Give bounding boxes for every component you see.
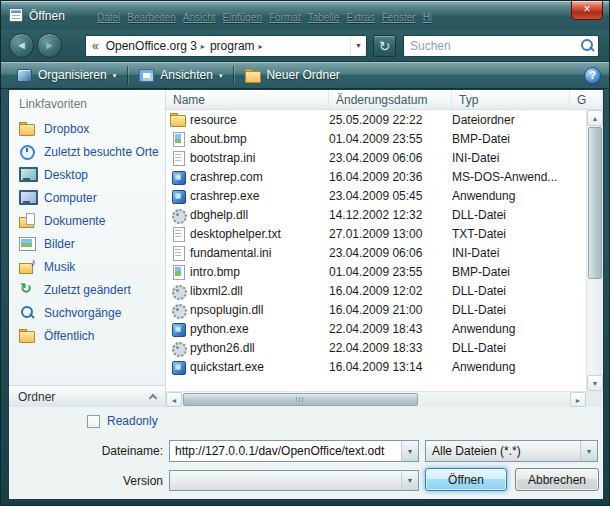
forward-button[interactable]: ► <box>37 33 62 58</box>
background-menu-ghost: DateiBearbeitenAnsichtEinfügenFormatTabe… <box>97 10 432 25</box>
new-folder-button[interactable]: Neuer Ordner <box>237 64 347 86</box>
file-row[interactable]: desktophelper.txt 27.01.2009 13:00 TXT-D… <box>166 224 586 243</box>
column-header-date-modified[interactable]: Änderungsdatum <box>329 90 452 109</box>
file-row[interactable]: resource 25.05.2009 22:22 Dateiordner <box>166 110 586 129</box>
filetype-value: Alle Dateien (*.*) <box>426 441 580 461</box>
views-icon <box>139 69 154 82</box>
dll-file-icon <box>170 341 186 355</box>
breadcrumb[interactable]: « OpenOffice.org 3 ▸ program ▸ ▾ <box>85 35 367 57</box>
search-input[interactable] <box>404 39 578 53</box>
back-button[interactable]: ◄ <box>9 33 34 58</box>
file-row[interactable]: python.exe 22.04.2009 18:43 Anwendung <box>166 319 586 338</box>
breadcrumb-collapse-icon[interactable]: « <box>92 39 102 53</box>
breadcrumb-item[interactable]: program <box>206 39 259 53</box>
documents-folder-icon <box>19 213 36 228</box>
help-button[interactable]: ? <box>584 67 601 84</box>
column-header-type[interactable]: Typ <box>452 90 570 109</box>
file-rows: resource 25.05.2009 22:22 Dateiordner ab… <box>166 110 586 391</box>
sidebar-item-computer[interactable]: Computer <box>9 186 165 209</box>
scroll-up-button[interactable]: ▲ <box>587 110 603 126</box>
version-combo[interactable]: ▾ <box>169 470 419 491</box>
scroll-right-button[interactable]: ► <box>570 392 586 407</box>
file-row[interactable]: intro.bmp 01.04.2009 23:55 BMP-Datei <box>166 262 586 281</box>
horizontal-scrollbar[interactable]: ◄ ► <box>166 391 586 407</box>
version-dropdown-button[interactable]: ▾ <box>401 471 418 490</box>
scroll-down-button[interactable]: ▼ <box>587 375 603 391</box>
scroll-left-button[interactable]: ◄ <box>166 392 182 407</box>
views-button[interactable]: Ansichten ▾ <box>131 64 230 86</box>
readonly-label: Readonly <box>107 414 158 428</box>
close-button[interactable]: × <box>571 1 603 20</box>
sidebar-item-documents[interactable]: Dokumente <box>9 209 165 232</box>
computer-icon <box>19 190 36 205</box>
dialog-body: Linkfavoriten Dropbox Zuletzt besuchte O… <box>8 89 604 500</box>
open-button[interactable]: Öffnen <box>425 468 507 491</box>
column-header-name[interactable]: Name <box>166 90 329 109</box>
file-row[interactable]: fundamental.ini 23.04.2009 06:06 INI-Dat… <box>166 243 586 262</box>
file-row[interactable]: about.bmp 01.04.2009 23:55 BMP-Datei <box>166 129 586 148</box>
breadcrumb-item[interactable]: OpenOffice.org 3 <box>102 39 201 53</box>
column-header-size[interactable]: G <box>570 90 603 109</box>
favorites-header: Linkfavoriten <box>9 90 165 117</box>
open-file-dialog: Öffnen DateiBearbeitenAnsichtEinfügenFor… <box>0 0 610 506</box>
application-icon <box>170 360 186 374</box>
file-row[interactable]: npsoplugin.dll 16.04.2009 21:00 DLL-Date… <box>166 300 586 319</box>
sidebar-item-recent-places[interactable]: Zuletzt besuchte Orte <box>9 140 165 163</box>
organize-button[interactable]: Organisieren ▾ <box>9 64 124 86</box>
file-row[interactable]: quickstart.exe 16.04.2009 13:14 Anwendun… <box>166 357 586 376</box>
filename-combo: ▾ <box>169 440 419 462</box>
application-icon <box>170 322 186 336</box>
text-file-icon <box>170 246 186 260</box>
readonly-checkbox-row[interactable]: Readonly <box>87 414 158 428</box>
application-icon <box>170 189 186 203</box>
image-file-icon <box>170 132 186 146</box>
scrollbar-corner <box>586 391 603 407</box>
dll-file-icon <box>170 284 186 298</box>
titlebar: Öffnen DateiBearbeitenAnsichtEinfügenFor… <box>1 1 609 30</box>
sidebar-item-pictures[interactable]: Bilder <box>9 232 165 255</box>
file-row[interactable]: bootstrap.ini 23.04.2009 06:06 INI-Datei <box>166 148 586 167</box>
dialog-icon <box>9 8 23 22</box>
sidebar-item-dropbox[interactable]: Dropbox <box>9 117 165 140</box>
sidebar-item-searches[interactable]: Suchvorgänge <box>9 301 165 324</box>
readonly-checkbox[interactable] <box>87 415 100 428</box>
arrow-up-icon: ▲ <box>592 115 599 122</box>
cancel-button[interactable]: Abbrechen <box>515 468 599 491</box>
close-icon: × <box>583 2 590 16</box>
filename-input[interactable] <box>170 441 401 461</box>
breadcrumb-separator-icon[interactable]: ▸ <box>259 42 264 51</box>
filetype-combo[interactable]: Alle Dateien (*.*) ▾ <box>425 440 598 462</box>
sidebar-item-desktop[interactable]: Desktop <box>9 163 165 186</box>
command-toolbar: Organisieren ▾ Ansichten ▾ Neuer Ordner … <box>1 61 609 89</box>
vertical-scrollbar[interactable]: ▲ ▼ <box>586 110 603 391</box>
filename-dropdown-button[interactable]: ▾ <box>401 441 418 461</box>
file-row[interactable]: crashrep.com 16.04.2009 20:36 MS-DOS-Anw… <box>166 167 586 186</box>
file-row[interactable]: libxml2.dll 16.04.2009 12:02 DLL-Datei <box>166 281 586 300</box>
file-row[interactable]: python26.dll 22.04.2009 18:33 DLL-Datei <box>166 338 586 357</box>
version-label: Version <box>61 474 163 488</box>
version-value <box>170 471 401 490</box>
horizontal-scroll-thumb[interactable] <box>183 393 418 406</box>
organize-icon <box>17 69 32 82</box>
new-folder-icon <box>245 69 260 82</box>
dll-file-icon <box>170 208 186 222</box>
file-list-header: Name Änderungsdatum Typ G <box>166 90 603 110</box>
file-row[interactable]: dbghelp.dll 14.12.2002 12:32 DLL-Datei <box>166 205 586 224</box>
help-icon: ? <box>589 69 596 81</box>
vertical-scroll-thumb[interactable] <box>588 127 602 279</box>
recent-places-icon <box>19 144 36 159</box>
dll-file-icon <box>170 303 186 317</box>
navigation-bar: ◄ ► « OpenOffice.org 3 ▸ program ▸ ▾ ↻ <box>1 30 609 61</box>
sidebar-item-music[interactable]: Musik <box>9 255 165 278</box>
sidebar-item-public[interactable]: Öffentlich <box>9 324 165 347</box>
folders-expander[interactable]: Ordner <box>9 385 165 407</box>
chevron-down-icon: ▾ <box>113 70 117 80</box>
toolbar-separator <box>233 66 234 84</box>
address-dropdown-icon[interactable]: ▾ <box>350 36 366 56</box>
sidebar-item-recently-changed[interactable]: Zuletzt geändert <box>9 278 165 301</box>
filetype-dropdown-button[interactable]: ▾ <box>580 441 597 461</box>
chevron-down-icon: ▾ <box>219 70 223 80</box>
file-row[interactable]: crashrep.exe 23.04.2009 05:45 Anwendung <box>166 186 586 205</box>
dialog-title: Öffnen <box>29 9 65 23</box>
refresh-button[interactable]: ↻ <box>373 35 396 57</box>
